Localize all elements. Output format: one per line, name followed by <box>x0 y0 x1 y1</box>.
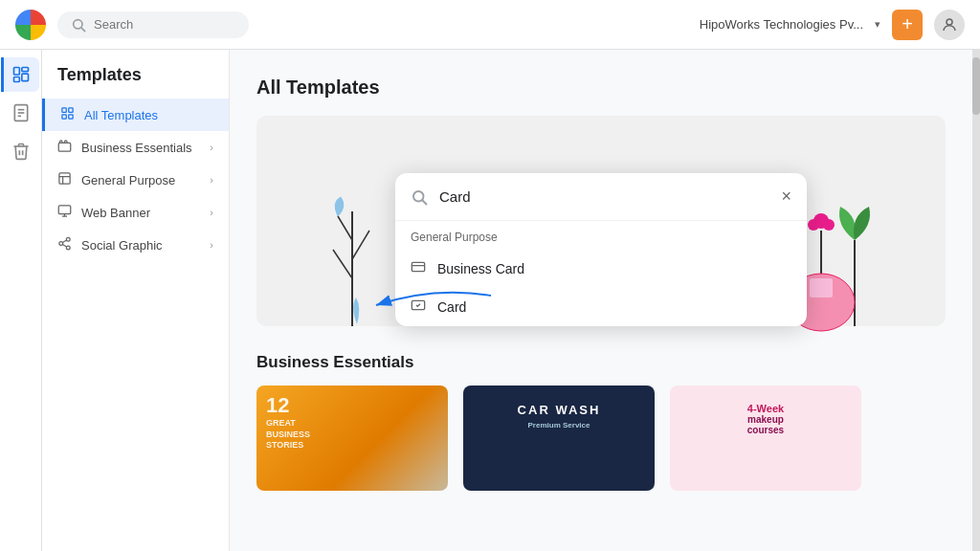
business-essentials-section-title: Business Essentials <box>256 353 946 372</box>
all-templates-label: All Templates <box>84 108 213 122</box>
card-thumb-3[interactable]: 4-Week makeupcourses <box>670 386 861 491</box>
svg-point-0 <box>74 19 82 28</box>
sidebar-item-business-essentials[interactable]: Business Essentials › <box>42 131 229 164</box>
main-layout: Templates All Templates Business Essenti… <box>0 50 980 551</box>
rail-icon-trash[interactable] <box>4 134 38 168</box>
svg-line-25 <box>62 244 66 246</box>
search-icon <box>71 17 86 33</box>
svg-point-36 <box>823 219 835 231</box>
cards-row: 12 GREATBUSINESSSTORIES CAR WASH Premium… <box>256 386 946 491</box>
svg-point-35 <box>808 219 819 231</box>
web-banner-chevron-icon: › <box>210 207 213 218</box>
user-avatar[interactable] <box>934 10 965 40</box>
social-graphic-label: Social Graphic <box>81 238 200 253</box>
card-thumb-1[interactable]: 12 GREATBUSINESSSTORIES <box>256 386 448 491</box>
dropdown-search-input[interactable] <box>439 188 769 205</box>
general-purpose-chevron-icon: › <box>210 174 213 186</box>
svg-rect-14 <box>69 115 73 119</box>
business-card-icon <box>411 259 426 278</box>
dropdown-search-icon <box>411 188 428 206</box>
icon-rail <box>0 50 42 551</box>
svg-rect-19 <box>58 206 71 214</box>
topbar: HipoWorks Technologies Pv... ▾ + <box>0 0 980 50</box>
add-button[interactable]: + <box>892 10 923 40</box>
svg-line-28 <box>333 250 352 278</box>
svg-rect-5 <box>22 74 29 81</box>
svg-rect-6 <box>14 77 20 82</box>
svg-rect-15 <box>58 143 71 151</box>
svg-rect-3 <box>14 68 20 76</box>
app-logo <box>15 10 46 40</box>
svg-rect-39 <box>810 278 833 298</box>
social-graphic-chevron-icon: › <box>210 239 213 251</box>
search-dropdown-overlay: × General Purpose Business Card Card <box>395 173 807 326</box>
rail-icon-docs[interactable] <box>4 96 38 130</box>
svg-line-30 <box>338 216 352 240</box>
sidebar-item-general-purpose[interactable]: General Purpose › <box>42 164 229 196</box>
svg-line-26 <box>62 240 66 242</box>
web-banner-icon <box>57 204 72 221</box>
svg-rect-12 <box>69 108 73 112</box>
svg-line-29 <box>352 231 369 259</box>
business-essentials-chevron-icon: › <box>210 142 213 153</box>
search-bar-container <box>57 11 249 38</box>
scrollbar-thumb <box>972 57 980 115</box>
web-banner-label: Web Banner <box>81 206 200 220</box>
right-scrollbar[interactable] <box>972 50 980 551</box>
card-thumb-2[interactable]: CAR WASH Premium Service <box>463 386 655 491</box>
svg-line-1 <box>81 28 84 31</box>
svg-rect-42 <box>412 262 424 271</box>
svg-rect-11 <box>62 108 66 112</box>
annotation-arrow <box>319 276 510 324</box>
sidebar-item-all-templates[interactable]: All Templates <box>42 99 229 131</box>
dropdown-category-label: General Purpose <box>395 221 807 250</box>
company-name: HipoWorks Technologies Pv... <box>700 17 863 32</box>
svg-point-24 <box>66 246 70 250</box>
svg-point-2 <box>947 19 952 25</box>
sidebar-item-web-banner[interactable]: Web Banner › <box>42 196 229 229</box>
company-chevron-icon[interactable]: ▾ <box>875 18 880 31</box>
dropdown-search-bar: × <box>395 173 807 221</box>
svg-line-41 <box>423 200 427 204</box>
rail-icon-templates[interactable] <box>1 57 39 92</box>
dropdown-item-business-card-label: Business Card <box>437 261 524 276</box>
business-essentials-label: Business Essentials <box>81 141 200 155</box>
search-input[interactable] <box>94 17 228 32</box>
topbar-right: HipoWorks Technologies Pv... ▾ + <box>700 10 965 40</box>
page-title: All Templates <box>256 77 946 99</box>
general-purpose-label: General Purpose <box>81 173 200 187</box>
social-graphic-icon <box>57 236 72 253</box>
business-essentials-icon <box>57 139 72 156</box>
svg-point-22 <box>66 237 70 241</box>
sidebar: Templates All Templates Business Essenti… <box>42 50 230 551</box>
sidebar-item-social-graphic[interactable]: Social Graphic › <box>42 229 229 261</box>
sidebar-title: Templates <box>42 65 229 99</box>
general-purpose-icon <box>57 171 72 188</box>
svg-point-40 <box>413 191 424 202</box>
svg-rect-13 <box>62 115 66 119</box>
svg-rect-16 <box>59 173 70 184</box>
svg-rect-4 <box>22 68 29 72</box>
dropdown-close-button[interactable]: × <box>781 187 791 207</box>
svg-point-23 <box>59 242 63 246</box>
hero-banner: Create beautiful documents <box>256 116 946 326</box>
all-templates-icon <box>60 106 75 123</box>
content-area: All Templates Create beautiful documents <box>230 50 972 551</box>
